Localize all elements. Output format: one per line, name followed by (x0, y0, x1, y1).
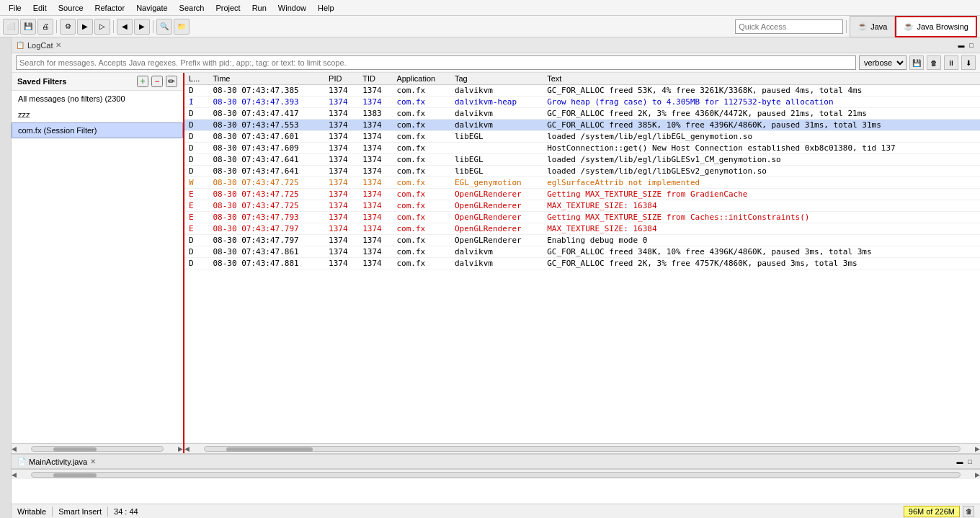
add-filter-btn[interactable]: + (137, 76, 148, 87)
log-pause-btn[interactable]: ⏸ (944, 55, 958, 70)
table-cell: 1374 (324, 131, 358, 143)
table-row[interactable]: D08-30 07:43:47.86113741374com.fxdalvikv… (184, 246, 980, 258)
editor-hscroll-thumb[interactable] (53, 473, 97, 478)
table-cell: EGL_genymotion (450, 177, 543, 189)
log-scroll-btn[interactable]: ⬇ (961, 55, 976, 70)
toolbar-btn2[interactable]: ⚙ (60, 19, 76, 35)
filter-item-all[interactable]: All messages (no filters) (2300 (12, 91, 183, 107)
filter-item-zzz[interactable]: zzz (12, 107, 183, 122)
table-row[interactable]: D08-30 07:43:47.64113741374com.fxlibEGLl… (184, 166, 980, 177)
log-search-input[interactable] (16, 55, 856, 70)
table-row[interactable]: D08-30 07:43:47.79713741374com.fxOpenGLR… (184, 235, 980, 246)
table-row[interactable]: D08-30 07:43:47.60913741374com.fxHostCon… (184, 143, 980, 154)
editor-tab-title[interactable]: MainActivity.java (29, 457, 87, 466)
quick-access-input[interactable] (735, 19, 843, 34)
toolbar-new-btn[interactable]: ⬜ (3, 19, 19, 35)
menu-run[interactable]: Run (246, 2, 272, 14)
filters-hscroll-right[interactable]: ▶ (178, 445, 183, 452)
table-cell: com.fx (392, 177, 450, 189)
editor-hscroll-left[interactable]: ◀ (12, 471, 17, 478)
table-cell: com.fx (392, 246, 450, 258)
table-row[interactable]: D08-30 07:43:47.38513741374com.fxdalvikv… (184, 85, 980, 97)
table-row[interactable]: D08-30 07:43:47.60113741374com.fxlibEGLl… (184, 131, 980, 143)
menu-edit[interactable]: Edit (27, 2, 53, 14)
filter-item-comfx[interactable]: com.fx (Session Filter) (12, 122, 183, 138)
remove-filter-btn[interactable]: − (151, 76, 163, 87)
editor-hscroll-right[interactable]: ▶ (975, 471, 980, 478)
toolbar-open-btn[interactable]: 📁 (174, 19, 190, 35)
editor-tab-close[interactable]: ✕ (90, 457, 96, 465)
panel-maximize-btn[interactable]: □ (967, 41, 976, 50)
table-cell: 1374 (324, 200, 358, 212)
table-cell: 1374 (358, 235, 392, 246)
logcat-tab-bar: 📋 LogCat ✕ ▬ □ (12, 37, 980, 53)
menu-source[interactable]: Source (53, 2, 89, 14)
menu-project[interactable]: Project (210, 2, 246, 14)
toolbar-back-btn[interactable]: ◀ (117, 19, 133, 35)
table-cell: libEGL (450, 131, 543, 143)
table-cell: 1374 (358, 154, 392, 166)
table-row[interactable]: E08-30 07:43:47.72513741374com.fxOpenGLR… (184, 200, 980, 212)
editor-hscroll-track[interactable] (31, 472, 961, 478)
menu-refactor[interactable]: Refactor (89, 2, 131, 14)
log-clear-btn[interactable]: 🗑 (927, 55, 941, 70)
workspace: 📋 LogCat ✕ ▬ □ verbose debug (0, 37, 980, 518)
table-row[interactable]: W08-30 07:43:47.72513741374com.fxEGL_gen… (184, 177, 980, 189)
table-row[interactable]: D08-30 07:43:47.64113741374com.fxlibEGLl… (184, 154, 980, 166)
table-row[interactable]: D08-30 07:43:47.55313741374com.fxdalvikv… (184, 120, 980, 131)
log-hscroll-track[interactable] (204, 446, 961, 452)
gc-button[interactable]: 🗑 (963, 506, 974, 517)
filters-hscroll-track[interactable] (31, 446, 164, 452)
table-row[interactable]: D08-30 07:43:47.88113741374com.fxdalvikv… (184, 258, 980, 269)
table-cell: 08-30 07:43:47.725 (208, 200, 324, 212)
panel-minimize-btn[interactable]: ▬ (957, 41, 966, 50)
logcat-tab-title[interactable]: LogCat (27, 41, 53, 50)
log-hscroll[interactable]: ◀ ▶ (184, 443, 980, 453)
log-hscroll-right[interactable]: ▶ (975, 445, 980, 452)
side-tab-2[interactable] (0, 52, 10, 62)
toolbar-debug-btn[interactable]: ▶ (77, 19, 93, 35)
table-cell: 1374 (358, 258, 392, 269)
table-cell: 1374 (324, 166, 358, 177)
log-table-container[interactable]: L... Time PID TID Application Tag Text (184, 73, 980, 443)
filters-hscroll[interactable]: ◀ ▶ (12, 443, 183, 453)
editor-maximize-btn[interactable]: □ (966, 457, 974, 466)
toolbar-save-btn[interactable]: 💾 (20, 19, 36, 35)
edit-filter-btn[interactable]: ✏ (166, 76, 177, 87)
side-tab-1[interactable] (0, 40, 10, 50)
logcat-tab-close[interactable]: ✕ (55, 41, 61, 49)
table-cell: D (184, 120, 208, 131)
perspective-java-browsing-btn[interactable]: ☕ Java Browsing (895, 16, 977, 37)
menu-help[interactable]: Help (312, 2, 340, 14)
table-row[interactable]: D08-30 07:43:47.41713741383com.fxdalvikv… (184, 108, 980, 120)
col-time: Time (208, 73, 324, 85)
editor-content[interactable]: ◀ ▶ (12, 469, 980, 504)
toolbar-print-btn[interactable]: 🖨 (37, 19, 53, 35)
table-row[interactable]: E08-30 07:43:47.79713741374com.fxOpenGLR… (184, 223, 980, 235)
menu-window[interactable]: Window (272, 2, 312, 14)
editor-hscroll[interactable]: ◀ ▶ (12, 469, 980, 479)
logcat-panel: 📋 LogCat ✕ ▬ □ verbose debug (12, 37, 980, 453)
log-save-btn[interactable]: 💾 (909, 55, 924, 70)
filters-hscroll-thumb[interactable] (53, 447, 97, 452)
table-cell: 1374 (324, 85, 358, 97)
editor-minimize-btn[interactable]: ▬ (956, 457, 964, 466)
menu-search[interactable]: Search (174, 2, 210, 14)
table-row[interactable]: I08-30 07:43:47.39313741374com.fxdalvikv… (184, 97, 980, 108)
filters-hscroll-left[interactable]: ◀ (12, 445, 17, 452)
filters-header-title: Saved Filters (17, 77, 134, 86)
toolbar-search-btn[interactable]: 🔍 (156, 19, 172, 35)
table-row[interactable]: E08-30 07:43:47.72513741374com.fxOpenGLR… (184, 189, 980, 200)
toolbar-fwd-btn[interactable]: ▶ (134, 19, 150, 35)
table-cell: com.fx (392, 131, 450, 143)
menu-file[interactable]: File (3, 2, 27, 14)
table-row[interactable]: E08-30 07:43:47.79313741374com.fxOpenGLR… (184, 212, 980, 223)
toolbar-run-btn[interactable]: ▷ (94, 19, 110, 35)
log-level-select[interactable]: verbose debug info warn error (859, 55, 906, 70)
log-hscroll-thumb[interactable] (226, 447, 313, 452)
table-cell: 1374 (358, 120, 392, 131)
menu-navigate[interactable]: Navigate (130, 2, 173, 14)
perspective-java-btn[interactable]: ☕ Java (850, 16, 895, 37)
table-cell: com.fx (392, 212, 450, 223)
log-hscroll-left[interactable]: ◀ (184, 445, 190, 452)
